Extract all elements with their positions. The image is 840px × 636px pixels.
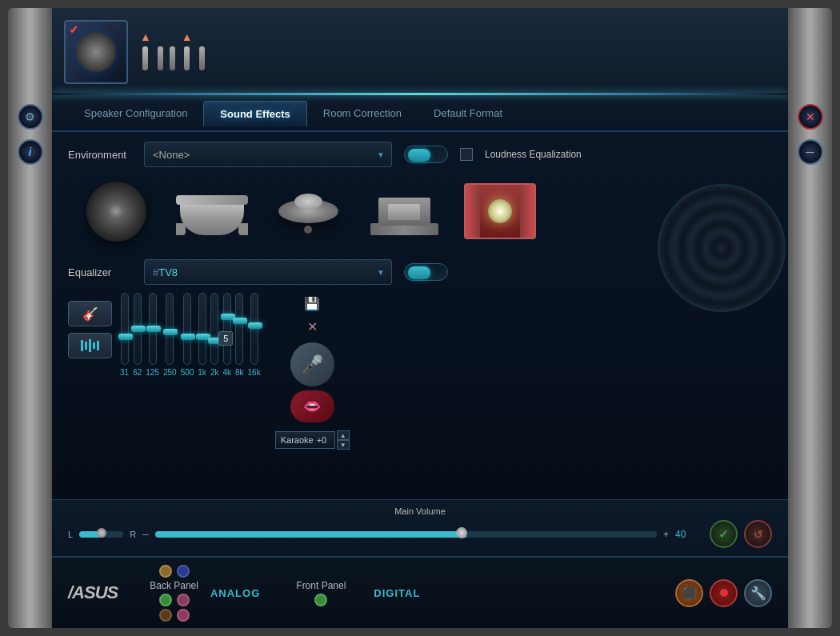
- close-button[interactable]: ✕: [798, 104, 823, 130]
- karaoke-input[interactable]: Karaoke +0: [275, 431, 335, 449]
- port-arrow-up-1: ▲: [140, 30, 151, 43]
- lr-balance-track[interactable]: [79, 531, 123, 538]
- eq-band-125: 125: [146, 293, 159, 377]
- glow-line: [52, 93, 788, 95]
- eq-slider-31-thumb[interactable]: [118, 334, 133, 340]
- eq-slider-250-track[interactable]: [166, 293, 174, 365]
- eq-slider-62-track[interactable]: [134, 293, 142, 365]
- info-button[interactable]: i: [18, 139, 43, 165]
- port-jack-5: [199, 46, 205, 70]
- port-green-back[interactable]: [159, 594, 172, 606]
- bottom-red-button[interactable]: [710, 579, 738, 607]
- eq-slider-8k-thumb[interactable]: [233, 318, 247, 324]
- back-panel-extra-ports: [159, 609, 190, 622]
- port-brown-back[interactable]: [159, 609, 172, 622]
- main-volume-thumb[interactable]: [456, 527, 467, 538]
- save-preset-button[interactable]: 💾: [302, 293, 322, 314]
- port-pink-back[interactable]: [177, 594, 190, 606]
- back-panel-top-ports: [159, 565, 190, 578]
- bottom-orange-button[interactable]: ⬛: [675, 579, 703, 607]
- volume-plus-label: +: [663, 529, 669, 540]
- equalizer-toggle[interactable]: [404, 263, 448, 281]
- eq-tooltip-2k: 5: [218, 331, 233, 346]
- settings-button[interactable]: ⚙: [18, 104, 43, 130]
- eq-slider-62-thumb[interactable]: [131, 326, 146, 332]
- equalizer-dropdown[interactable]: # TV8 ▼: [144, 259, 392, 285]
- eq-freq-125-label: 125: [146, 368, 159, 377]
- volume-title: Main Volume: [68, 506, 772, 516]
- lr-balance-thumb[interactable]: [97, 528, 106, 538]
- port-group-1: ▲: [140, 30, 151, 70]
- top-header: ✓ ▲ ▲: [52, 8, 788, 96]
- env-icon-stage[interactable]: [364, 179, 444, 243]
- eq-freq-16k-label: 16k: [248, 368, 261, 377]
- environment-toggle[interactable]: [404, 146, 448, 163]
- port-green-front[interactable]: [314, 594, 327, 606]
- volume-inner: L R ─ + 40 ✓ ↺: [68, 520, 772, 548]
- bottom-wrench-button[interactable]: 🔧: [744, 579, 772, 607]
- eq-slider-16k-thumb[interactable]: [248, 322, 262, 329]
- karaoke-label: Karaoke: [281, 435, 314, 445]
- eq-slider-4k-track[interactable]: [223, 293, 231, 365]
- karaoke-up-button[interactable]: ▲: [337, 430, 350, 440]
- eq-band-1k: 1k: [198, 293, 206, 377]
- eq-freq-1k-label: 1k: [198, 368, 206, 377]
- minimize-button[interactable]: ─: [798, 139, 823, 165]
- toggle-knob-env: [408, 149, 430, 162]
- eq-freq-8k-label: 8k: [235, 368, 244, 377]
- speaker-decoration: [658, 184, 786, 312]
- loudness-checkbox[interactable]: [460, 148, 473, 161]
- eq-band-8k: 8k: [235, 293, 244, 377]
- eq-band-31: 31: [120, 293, 129, 377]
- env-icon-bathtub[interactable]: [172, 179, 252, 243]
- eq-equalizer-button[interactable]: [68, 333, 112, 358]
- eq-slider-16k-track[interactable]: [250, 293, 258, 365]
- eq-freq-4k-label: 4k: [222, 368, 231, 377]
- nav-tabs: Speaker Configuration Sound Effects Room…: [52, 96, 788, 132]
- eq-guitar-button[interactable]: 🎸: [68, 301, 112, 326]
- karaoke-down-button[interactable]: ▼: [337, 440, 350, 450]
- orange-icon: ⬛: [682, 586, 696, 599]
- eq-slider-31-track[interactable]: [121, 293, 129, 365]
- karaoke-control: Karaoke +0 ▲ ▼: [275, 430, 350, 450]
- eq-slider-500-thumb[interactable]: [181, 334, 195, 340]
- eq-icon: [81, 339, 99, 352]
- front-panel-label: Front Panel: [296, 580, 346, 591]
- device-icon: ✓: [64, 20, 128, 84]
- env-icon-record[interactable]: [76, 179, 156, 243]
- main-content-wrapper: Speaker Configuration Sound Effects Room…: [52, 96, 788, 628]
- main-volume-track[interactable]: [155, 531, 657, 538]
- check-mark: ✓: [70, 24, 78, 36]
- eq-slider-250-thumb[interactable]: [163, 329, 178, 335]
- environment-dropdown[interactable]: <None> ▼: [144, 142, 392, 167]
- tab-speaker-config[interactable]: Speaker Configuration: [68, 101, 203, 126]
- eq-slider-8k-track[interactable]: [235, 293, 243, 365]
- tab-room-correction[interactable]: Room Correction: [307, 101, 418, 126]
- eq-freq-250-label: 250: [163, 368, 177, 377]
- eq-slider-125-thumb[interactable]: [146, 326, 161, 332]
- microphone-icon: 🎤: [290, 342, 334, 386]
- port-orange-back[interactable]: [159, 565, 172, 578]
- front-panel-ports: [314, 594, 327, 606]
- environment-label: Environment: [68, 149, 132, 161]
- eq-band-500: 500: [181, 293, 194, 377]
- eq-band-2k: 5 2k: [210, 293, 219, 377]
- volume-cancel-button[interactable]: ↺: [744, 520, 772, 548]
- tab-sound-effects[interactable]: Sound Effects: [203, 101, 306, 126]
- eq-slider-125-track[interactable]: [149, 293, 157, 365]
- volume-ok-button[interactable]: ✓: [710, 520, 738, 548]
- port-pink2-back[interactable]: [177, 609, 190, 622]
- eq-band-62: 62: [133, 293, 142, 377]
- tab-default-format[interactable]: Default Format: [418, 101, 518, 126]
- eq-slider-2k-track[interactable]: [210, 293, 218, 365]
- volume-value: 40: [675, 529, 703, 540]
- karaoke-value: +0: [317, 435, 327, 445]
- env-icon-saucer[interactable]: [268, 179, 348, 243]
- eq-slider-500-track[interactable]: [183, 293, 191, 365]
- volume-action-buttons: ✓ ↺: [710, 520, 772, 548]
- eq-slider-1k-track[interactable]: [198, 293, 206, 365]
- delete-preset-button[interactable]: ✕: [302, 316, 322, 337]
- back-panel-bottom-ports: [159, 594, 190, 606]
- port-blue-back[interactable]: [177, 565, 190, 578]
- env-icon-theater[interactable]: [460, 179, 540, 243]
